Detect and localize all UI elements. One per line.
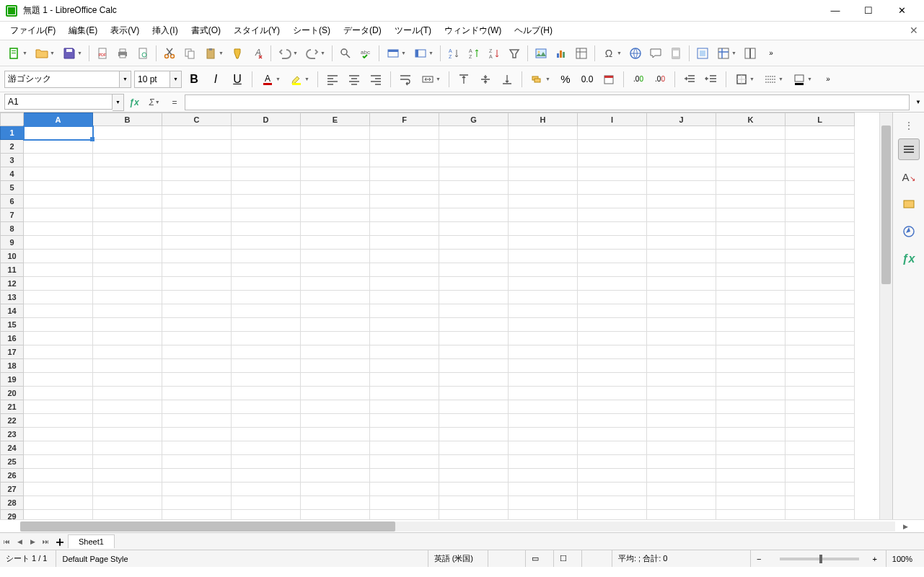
cell[interactable] <box>647 455 716 469</box>
cell[interactable] <box>716 387 786 400</box>
cell[interactable] <box>370 414 439 428</box>
cell[interactable] <box>647 195 716 208</box>
name-box[interactable] <box>4 94 113 110</box>
cell[interactable] <box>301 195 370 208</box>
cell[interactable] <box>647 277 716 291</box>
cell[interactable] <box>24 428 93 441</box>
pivot-table-button[interactable] <box>572 44 591 63</box>
cell[interactable] <box>578 414 647 428</box>
cell[interactable] <box>578 428 647 441</box>
cell[interactable] <box>509 181 578 195</box>
cell[interactable] <box>370 167 439 181</box>
column-button[interactable]: ▼ <box>410 44 436 63</box>
cell[interactable] <box>301 236 370 250</box>
row-header[interactable]: 25 <box>1 455 24 469</box>
cell[interactable] <box>786 441 855 455</box>
cell[interactable] <box>509 483 578 496</box>
paste-button[interactable]: ▼ <box>201 44 226 63</box>
cell[interactable] <box>24 387 93 400</box>
cell[interactable] <box>439 373 509 387</box>
cell[interactable] <box>162 455 232 469</box>
border-style-button[interactable]: ▼ <box>760 70 786 89</box>
cell[interactable] <box>162 140 232 154</box>
cell[interactable] <box>647 345 716 359</box>
row-header[interactable]: 14 <box>1 304 24 318</box>
open-button[interactable]: ▼ <box>32 44 58 63</box>
cell[interactable] <box>24 140 93 154</box>
cell[interactable] <box>232 154 301 167</box>
cell[interactable] <box>647 496 716 510</box>
remove-decimal-button[interactable]: .00 <box>651 70 669 89</box>
cell[interactable] <box>93 469 162 483</box>
zoom-value[interactable]: 100% <box>886 550 918 567</box>
cell[interactable] <box>301 387 370 400</box>
cell[interactable] <box>24 332 93 345</box>
cell[interactable] <box>370 387 439 400</box>
cell[interactable] <box>232 373 301 387</box>
cell[interactable] <box>786 126 855 140</box>
cell[interactable] <box>93 496 162 510</box>
close-window-button[interactable]: ✕ <box>885 0 918 22</box>
cell[interactable] <box>93 250 162 263</box>
cell[interactable] <box>716 304 786 318</box>
print-preview-button[interactable] <box>133 44 152 63</box>
cell[interactable] <box>647 359 716 373</box>
align-bottom-button[interactable] <box>498 70 516 89</box>
font-name-dropdown[interactable]: ▼ <box>120 71 131 88</box>
cell[interactable] <box>786 400 855 414</box>
column-header[interactable]: E <box>301 113 370 126</box>
cell[interactable] <box>647 304 716 318</box>
cell[interactable] <box>162 222 232 236</box>
cell[interactable] <box>786 496 855 510</box>
clone-formatting-button[interactable] <box>228 44 247 63</box>
cell[interactable] <box>24 222 93 236</box>
cell[interactable] <box>93 236 162 250</box>
cell[interactable] <box>439 387 509 400</box>
cell[interactable] <box>370 332 439 345</box>
cell[interactable] <box>786 387 855 400</box>
cell[interactable] <box>162 195 232 208</box>
cell[interactable] <box>232 510 301 520</box>
cell[interactable] <box>716 291 786 304</box>
cell[interactable] <box>439 154 509 167</box>
cell[interactable] <box>786 250 855 263</box>
cell[interactable] <box>647 387 716 400</box>
status-language[interactable]: 英語 (米国) <box>428 550 479 567</box>
cell[interactable] <box>301 318 370 332</box>
cell[interactable] <box>578 387 647 400</box>
cell[interactable] <box>370 208 439 222</box>
column-header[interactable]: A <box>24 113 93 126</box>
tab-prev-button[interactable]: ◀ <box>13 534 26 549</box>
cell[interactable] <box>647 483 716 496</box>
cell[interactable] <box>509 455 578 469</box>
cell[interactable] <box>93 414 162 428</box>
border-color-button[interactable]: ▼ <box>789 70 815 89</box>
column-header[interactable]: I <box>578 113 647 126</box>
cell[interactable] <box>786 277 855 291</box>
cell[interactable] <box>162 510 232 520</box>
insert-image-button[interactable] <box>532 44 550 63</box>
cell[interactable] <box>370 140 439 154</box>
add-sheet-button[interactable]: ＋ <box>52 534 68 549</box>
cell[interactable] <box>232 181 301 195</box>
cell[interactable] <box>786 140 855 154</box>
zoom-in-button[interactable]: + <box>872 555 876 563</box>
cell[interactable] <box>647 332 716 345</box>
cell[interactable] <box>786 222 855 236</box>
cell[interactable] <box>24 510 93 520</box>
cell[interactable] <box>647 236 716 250</box>
cell[interactable] <box>232 208 301 222</box>
cell[interactable] <box>647 140 716 154</box>
cell[interactable] <box>301 304 370 318</box>
row-header[interactable]: 6 <box>1 195 24 208</box>
cell[interactable] <box>716 195 786 208</box>
column-header[interactable]: D <box>232 113 301 126</box>
cell[interactable] <box>232 167 301 181</box>
cell[interactable] <box>24 236 93 250</box>
cell[interactable] <box>232 483 301 496</box>
cell[interactable] <box>509 496 578 510</box>
cell[interactable] <box>232 400 301 414</box>
font-size-input[interactable] <box>134 71 170 88</box>
minimize-button[interactable]: — <box>819 0 852 22</box>
print-button[interactable] <box>113 44 132 63</box>
